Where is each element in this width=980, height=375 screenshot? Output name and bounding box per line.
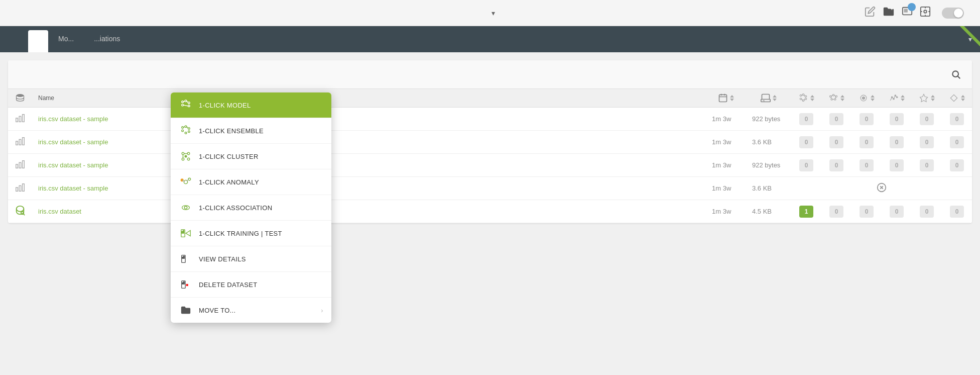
svg-point-58 <box>17 206 24 212</box>
row-dataset-name[interactable]: iris.csv dataset - sample <box>32 177 706 200</box>
menu-item-move[interactable]: MOVE TO...› <box>171 298 331 323</box>
datasets-table: Name <box>8 89 972 223</box>
dev-corner-label <box>951 26 980 50</box>
th-icon <box>8 89 32 108</box>
row-stat-3: 0 <box>882 131 912 154</box>
table-row: iris.csv dataset1m 3w4.5 KB100000 <box>8 200 972 223</box>
svg-rect-51 <box>23 161 25 168</box>
tab-tasks[interactable] <box>150 26 170 52</box>
svg-rect-92 <box>182 257 183 258</box>
top-bar-actions: + <box>865 6 968 20</box>
th-stat2 <box>821 89 851 108</box>
tab-sources[interactable] <box>8 26 28 52</box>
row-stat-1: 0 <box>821 131 851 154</box>
row-size: 922 bytes <box>746 154 791 177</box>
edit-icon[interactable] <box>865 6 876 20</box>
svg-rect-89 <box>182 231 183 233</box>
row-stat-2: 0 <box>851 200 882 223</box>
sort-stat1-btn[interactable] <box>810 95 814 101</box>
row-age: 1m 3w <box>706 108 746 131</box>
menu-item-cluster[interactable]: 1-CLICK CLUSTER <box>171 144 331 169</box>
sort-age-btn[interactable] <box>730 95 734 101</box>
submenu-arrow-icon: › <box>321 307 323 314</box>
svg-line-66 <box>183 101 185 102</box>
row-stat-5: 0 <box>942 108 972 131</box>
svg-rect-54 <box>23 184 25 192</box>
row-dataset-name[interactable]: iris.csv dataset - sample <box>32 108 706 131</box>
row-stat-5: 0 <box>942 154 972 177</box>
row-age: 1m 3w <box>706 200 746 223</box>
svg-marker-42 <box>950 95 957 101</box>
svg-line-68 <box>183 105 188 106</box>
ensemble-icon <box>179 124 193 138</box>
svg-point-72 <box>182 130 184 132</box>
sort-stat4-btn[interactable] <box>901 95 905 101</box>
svg-point-19 <box>805 98 806 100</box>
menu-item-anomaly[interactable]: 1-CLICK ANOMALY <box>171 169 331 195</box>
table-row: iris.csv dataset - sample1m 3w3.6 KB <box>8 177 972 200</box>
table-row: iris.csv dataset - sample1m 3w922 bytes0… <box>8 154 972 177</box>
svg-rect-2 <box>904 9 908 13</box>
svg-rect-45 <box>23 115 25 122</box>
row-cancel[interactable] <box>791 177 972 200</box>
th-stat6 <box>942 89 972 108</box>
project-selector[interactable]: ▾ <box>485 9 495 17</box>
row-stat-0: 1 <box>791 200 821 223</box>
tab-datasets[interactable] <box>28 30 48 52</box>
svg-rect-53 <box>19 185 21 191</box>
sort-size-btn[interactable] <box>773 95 777 101</box>
toggle-switch[interactable] <box>942 8 964 19</box>
row-dataset-icon <box>8 108 32 131</box>
svg-point-15 <box>802 94 804 96</box>
menu-item-label: 1-CLICK ENSEMBLE <box>199 127 264 135</box>
sort-stat5-btn[interactable] <box>931 95 935 101</box>
menu-item-label: 1-CLICK CLUSTER <box>199 153 259 160</box>
env-toggle[interactable] <box>938 8 968 19</box>
row-stat-3: 0 <box>882 154 912 177</box>
row-dataset-name[interactable]: iris.csv dataset - sample <box>32 154 706 177</box>
dev-corner <box>940 26 980 52</box>
sort-stat2-btn[interactable] <box>840 95 844 101</box>
menu-item-view[interactable]: VIEW DETAILS <box>171 246 331 272</box>
svg-point-7 <box>17 94 24 97</box>
svg-point-69 <box>182 127 184 129</box>
search-button[interactable] <box>948 66 964 82</box>
row-stat-2: 0 <box>851 154 882 177</box>
notifications-icon[interactable] <box>902 6 913 20</box>
row-stat-4: 0 <box>912 131 942 154</box>
menu-item-ensemble[interactable]: 1-CLICK ENSEMBLE <box>171 118 331 144</box>
row-dataset-icon <box>8 131 32 154</box>
th-age <box>706 89 746 108</box>
menu-item-model[interactable]: 1-CLICK MODEL <box>171 92 331 118</box>
svg-line-60 <box>24 214 25 215</box>
top-bar: ▾ + <box>0 0 980 26</box>
new-folder-icon[interactable]: + <box>883 6 895 20</box>
row-dataset-name[interactable]: iris.csv dataset <box>32 200 706 223</box>
row-size: 3.6 KB <box>746 177 791 200</box>
row-dataset-name[interactable]: iris.csv dataset - sample <box>32 131 706 154</box>
svg-rect-96 <box>183 282 184 285</box>
row-stat-5: 0 <box>942 200 972 223</box>
sort-stat6-btn[interactable] <box>961 95 965 101</box>
svg-line-6 <box>958 76 960 79</box>
view-icon <box>179 252 193 266</box>
menu-item-association[interactable]: 1-CLICK ASSOCIATION <box>171 195 331 221</box>
th-size: B <box>746 89 791 108</box>
menu-item-training[interactable]: 1-CLICK TRAINING | TEST <box>171 221 331 246</box>
row-stat-2: 0 <box>851 108 882 131</box>
svg-point-61 <box>182 101 184 103</box>
tab-models[interactable]: Mo... <box>48 26 84 52</box>
row-stat-0: 0 <box>791 108 821 131</box>
row-stat-2: 0 <box>851 131 882 154</box>
svg-point-27 <box>831 99 832 100</box>
row-stat-4: 0 <box>912 154 942 177</box>
svg-line-21 <box>804 95 805 96</box>
tab-associations[interactable]: ...iations <box>84 26 130 52</box>
sort-stat3-btn[interactable] <box>871 95 875 101</box>
menu-item-delete[interactable]: DELETE DATASET <box>171 272 331 298</box>
settings-icon[interactable] <box>920 6 931 20</box>
svg-text:+: + <box>891 7 894 12</box>
row-stat-1: 0 <box>821 108 851 131</box>
tab-predictions[interactable] <box>130 26 150 52</box>
main-content: Name <box>0 52 980 375</box>
